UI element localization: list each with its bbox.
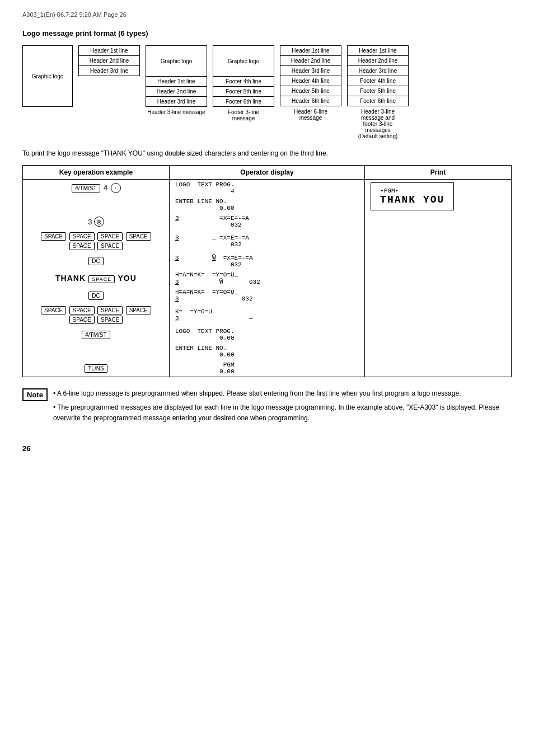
- format5-header2: Header 2nd line: [280, 56, 341, 66]
- table-row: THANK SPACE YOU H=A=N=K= =Y=O=U_3 W̄ 032: [23, 270, 512, 287]
- format-3: Graphic logo Header 1st line Header 2nd …: [146, 45, 207, 115]
- row2-key: [23, 196, 170, 213]
- format5-header4: Header 4th line: [280, 76, 341, 86]
- key-hmtmst[interactable]: #/TM/ST: [72, 184, 100, 192]
- section-title: Logo message print format (6 types): [22, 29, 512, 37]
- format5-header5: Header 5th line: [280, 86, 341, 96]
- key-space1[interactable]: SPACE: [41, 232, 66, 241]
- row5-print: [365, 252, 512, 270]
- operation-table: Key operation example Operator display P…: [22, 165, 512, 377]
- row7-print: [365, 287, 512, 304]
- format3-header3: Header 3rd line: [146, 97, 207, 106]
- row8-display: K= =Y=O=U3 —: [169, 304, 364, 326]
- format4-footer4: Footer 4th line: [213, 77, 274, 87]
- format3-header1: Header 1st line: [146, 77, 207, 87]
- row1-display: LOGO TEXT PROG. 4: [169, 180, 364, 197]
- row2-display: ENTER LINE NO. 0.00: [169, 196, 364, 213]
- row3-display: 3 =X=E=-=A 032: [169, 213, 364, 230]
- key-space12[interactable]: SPACE: [97, 316, 123, 324]
- key-space6[interactable]: SPACE: [97, 242, 123, 250]
- format6-caption: Header 3-line message and footer 3-line …: [358, 109, 398, 139]
- key-space11[interactable]: SPACE: [69, 316, 95, 324]
- note-line-2: • The preprogrammed messages are display…: [53, 402, 512, 424]
- table-row: SPACE SPACE SPACE SPACE SPACE SPACE K= =…: [23, 304, 512, 326]
- key-dc2[interactable]: DC: [88, 292, 103, 300]
- format5-header3: Header 3rd line: [280, 66, 341, 76]
- row11-key: TL/NS: [23, 360, 170, 377]
- table-row: DC 3 W̄ =X=E=-=A 032: [23, 252, 512, 270]
- col-header-key: Key operation example: [23, 166, 170, 180]
- format5-caption: Header 6-line message: [294, 109, 327, 121]
- table-row: SPACE SPACE SPACE SPACE SPACE SPACE 3 _ …: [23, 230, 512, 252]
- row9-print: [365, 326, 512, 343]
- key-space5[interactable]: SPACE: [69, 242, 95, 250]
- row4-display: 3 _ =X=E=-=A 032: [169, 230, 364, 252]
- display-text-2: ENTER LINE NO. 0.00: [175, 198, 359, 212]
- table-row: #/TM/ST 4 · LOGO TEXT PROG. 4 •PGM• THAN…: [23, 180, 512, 197]
- table-row: DC H=A=N=K= =Y=O=U_3 032: [23, 287, 512, 304]
- display-text-4: 3 _ =X=E=-=A 032: [175, 234, 359, 248]
- row11-print: [365, 360, 512, 377]
- key-space-thank[interactable]: SPACE: [88, 275, 115, 283]
- format6-footer5: Footer 5th line: [348, 86, 408, 96]
- print-output: •PGM• THANK YOU: [371, 182, 454, 210]
- format1-graphic-logo: Graphic logo: [23, 46, 72, 106]
- display-text-5: 3 W̄ =X=E=-=A 032: [175, 254, 359, 268]
- row3-key: 3 ⊗: [23, 213, 170, 230]
- format3-header2: Header 2nd line: [146, 87, 207, 97]
- row6-display: H=A=N=K= =Y=O=U_3 W̄ 032: [169, 270, 364, 287]
- display-text-8: K= =Y=O=U3 —: [175, 308, 359, 322]
- row4-key: SPACE SPACE SPACE SPACE SPACE SPACE: [23, 230, 170, 252]
- key-tlns[interactable]: TL/NS: [85, 364, 107, 373]
- format4-caption: Footer 3-line message: [228, 109, 259, 121]
- format5-header1: Header 1st line: [280, 46, 341, 56]
- key-space2[interactable]: SPACE: [69, 232, 95, 241]
- format6-header3: Header 3rd line: [348, 66, 408, 76]
- display-text-3: 3 =X=E=-=A 032: [175, 215, 359, 228]
- key-space10[interactable]: SPACE: [126, 306, 151, 314]
- display-text-11: PGM 0.00: [175, 361, 359, 375]
- logo-formats-container: Graphic logo Header 1st line Header 2nd …: [22, 45, 512, 139]
- row11-display: PGM 0.00: [169, 360, 364, 377]
- format6-header2: Header 2nd line: [348, 56, 408, 66]
- key-you: YOU: [118, 274, 137, 283]
- format3-caption: Header 3-line message: [147, 109, 205, 115]
- key-dc1[interactable]: DC: [88, 257, 103, 265]
- note-content: • A 6-line logo message is preprogrammed…: [53, 388, 512, 428]
- row1-print: •PGM• THANK YOU: [365, 180, 512, 214]
- format2-header1: Header 1st line: [79, 46, 139, 56]
- format3-graphic-logo: Graphic logo: [146, 46, 207, 77]
- description-text: To print the logo message "THANK YOU" us…: [22, 149, 512, 157]
- format6-footer6: Footer 6th line: [348, 96, 408, 106]
- format-4: Graphic logo Footer 4th line Footer 5th …: [213, 45, 274, 121]
- row6-key: THANK SPACE YOU: [23, 270, 170, 287]
- col-header-display: Operator display: [169, 166, 364, 180]
- format4-graphic-logo: Graphic logo: [213, 46, 274, 77]
- format2-header2: Header 2nd line: [79, 56, 139, 66]
- display-text-7: H=A=N=K= =Y=O=U_3 032: [175, 289, 359, 302]
- row10-display: ENTER LINE NO. 0.00: [169, 343, 364, 360]
- table-row: 3 ⊗ 3 =X=E=-=A 032: [23, 213, 512, 230]
- display-text-1: LOGO TEXT PROG. 4: [175, 181, 359, 195]
- key-space8[interactable]: SPACE: [69, 306, 95, 314]
- key-x-circle[interactable]: ⊗: [94, 217, 104, 227]
- format6-header1: Header 1st line: [348, 46, 408, 56]
- print-pgm: •PGM•: [380, 187, 444, 194]
- format-6: Header 1st line Header 2nd line Header 3…: [347, 45, 409, 139]
- format-2: Header 1st line Header 2nd line Header 3…: [78, 45, 140, 76]
- key-dot-circle[interactable]: ·: [111, 183, 121, 193]
- row8-print: [365, 304, 512, 326]
- row4-print: [365, 230, 512, 252]
- row10-key: [23, 343, 170, 360]
- key-4: 4: [104, 184, 107, 192]
- row3-print: [365, 213, 512, 230]
- row9-key: #/TM/ST: [23, 326, 170, 343]
- print-thankyou: THANK YOU: [380, 194, 444, 205]
- key-space3[interactable]: SPACE: [97, 232, 123, 241]
- display-text-10: ENTER LINE NO. 0.00: [175, 345, 359, 358]
- key-space9[interactable]: SPACE: [97, 306, 123, 314]
- key-space7[interactable]: SPACE: [41, 306, 66, 314]
- key-hmtmst2[interactable]: #/TM/ST: [82, 331, 110, 339]
- display-text-6: H=A=N=K= =Y=O=U_3 W̄ 032: [175, 271, 359, 285]
- key-space4[interactable]: SPACE: [126, 232, 151, 241]
